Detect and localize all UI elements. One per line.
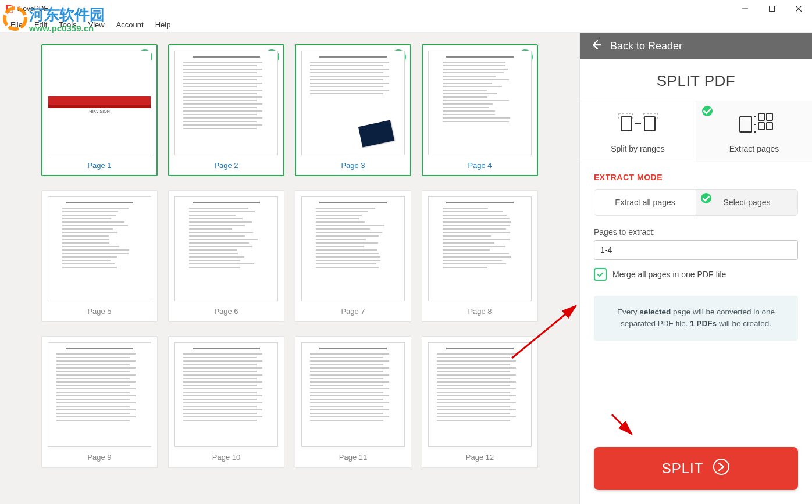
page-label: Page 3: [301, 161, 405, 170]
arrow-left-icon: [590, 39, 602, 53]
svg-rect-14: [758, 123, 764, 130]
back-to-reader-button[interactable]: Back to Reader: [580, 33, 812, 59]
page-thumbnail[interactable]: Page 9: [41, 336, 158, 468]
pages-to-extract-input[interactable]: [594, 240, 798, 260]
page-label: Page 12: [428, 453, 532, 462]
page-thumbnail[interactable]: Page 6: [168, 190, 284, 322]
page-preview: [174, 196, 278, 301]
page-thumbnail[interactable]: Page 5: [41, 190, 158, 322]
arrow-right-circle-icon: [713, 458, 730, 479]
extract-mode-toggle: Extract all pages Select pages: [594, 189, 798, 216]
page-preview: HIKVISION: [48, 51, 151, 155]
window-maximize-button[interactable]: [758, 0, 785, 17]
page-thumbnail[interactable]: Page 11: [295, 336, 411, 468]
page-label: Page 5: [48, 307, 151, 316]
right-panel: Back to Reader SPLIT PDF Split by ranges…: [579, 33, 812, 504]
tab-extract-pages[interactable]: Extract pages: [696, 101, 812, 162]
page-preview: [428, 196, 532, 301]
page-grid-scroll[interactable]: HIKVISIONPage 1Page 2Page 3Page 4Page 5P…: [0, 33, 579, 504]
svg-rect-8: [621, 117, 632, 131]
pages-to-extract-label: Pages to extract:: [594, 227, 798, 237]
page-preview: [48, 342, 151, 447]
merge-checkbox-label: Merge all pages in one PDF file: [612, 270, 726, 279]
page-preview: [301, 51, 405, 155]
page-thumbnail[interactable]: Page 10: [168, 336, 284, 468]
page-label: Page 10: [174, 453, 278, 462]
split-ranges-icon: [585, 110, 691, 138]
panel-title: SPLIT PDF: [580, 59, 812, 101]
page-label: Page 4: [428, 161, 532, 170]
split-mode-tabs: Split by ranges Extract pages: [580, 101, 812, 162]
page-thumbnail[interactable]: HIKVISIONPage 1: [41, 44, 158, 176]
menu-file[interactable]: File: [5, 19, 29, 31]
svg-point-20: [714, 459, 729, 474]
split-button-label: SPLIT: [662, 460, 704, 477]
page-preview: [428, 342, 532, 447]
option-select-pages[interactable]: Select pages: [696, 190, 797, 215]
page-thumbnail[interactable]: Page 8: [422, 190, 538, 322]
page-thumbnail[interactable]: Page 2: [168, 44, 284, 176]
page-label: Page 8: [428, 307, 532, 316]
page-preview: [174, 342, 278, 447]
back-label: Back to Reader: [610, 40, 682, 52]
page-thumbnail[interactable]: Page 4: [422, 44, 538, 176]
page-preview: [428, 51, 532, 155]
svg-rect-11: [740, 117, 752, 132]
page-label: Page 6: [174, 307, 278, 316]
page-label: Page 2: [174, 161, 278, 170]
merge-checkbox[interactable]: [594, 268, 607, 281]
svg-rect-4: [770, 6, 775, 11]
svg-rect-13: [767, 113, 772, 120]
page-label: Page 7: [301, 307, 405, 316]
page-thumbnail[interactable]: Page 3: [295, 44, 411, 176]
split-button[interactable]: SPLIT: [594, 447, 798, 490]
menu-account[interactable]: Account: [111, 19, 149, 31]
svg-rect-2: [8, 6, 13, 13]
extract-mode-heading: EXTRACT MODE: [580, 162, 812, 189]
page-label: Page 9: [48, 453, 151, 462]
tab-ranges-label: Split by ranges: [585, 144, 691, 153]
extract-pages-icon: [701, 110, 807, 138]
menu-edit[interactable]: Edit: [29, 19, 53, 31]
app-icon: [5, 4, 14, 13]
menu-help[interactable]: Help: [149, 19, 177, 31]
page-preview: [301, 342, 405, 447]
check-icon: [701, 193, 711, 203]
option-all-label: Extract all pages: [615, 198, 675, 207]
info-message: Every selected page will be converted in…: [594, 296, 798, 341]
page-thumbnail[interactable]: Page 7: [295, 190, 411, 322]
menu-view[interactable]: View: [83, 19, 111, 31]
option-select-label: Select pages: [724, 198, 771, 207]
page-preview: [174, 51, 278, 155]
page-thumbnail[interactable]: Page 12: [422, 336, 538, 468]
menu-tools[interactable]: Tools: [53, 19, 82, 31]
page-preview: [48, 196, 151, 301]
tab-extract-label: Extract pages: [701, 144, 807, 153]
svg-rect-15: [767, 123, 772, 130]
page-label: Page 1: [48, 161, 151, 170]
window-close-button[interactable]: [785, 0, 812, 17]
check-icon: [702, 106, 713, 116]
menu-bar: File Edit Tools View Account Help: [0, 17, 812, 33]
window-titlebar: iLovePDF: [0, 0, 812, 17]
window-title: iLovePDF: [17, 5, 48, 13]
option-extract-all[interactable]: Extract all pages: [594, 190, 696, 215]
window-minimize-button[interactable]: [732, 0, 758, 17]
svg-rect-12: [758, 113, 764, 120]
page-preview: [301, 196, 405, 301]
svg-rect-9: [644, 117, 655, 131]
tab-split-by-ranges[interactable]: Split by ranges: [580, 101, 696, 162]
page-label: Page 11: [301, 453, 405, 462]
